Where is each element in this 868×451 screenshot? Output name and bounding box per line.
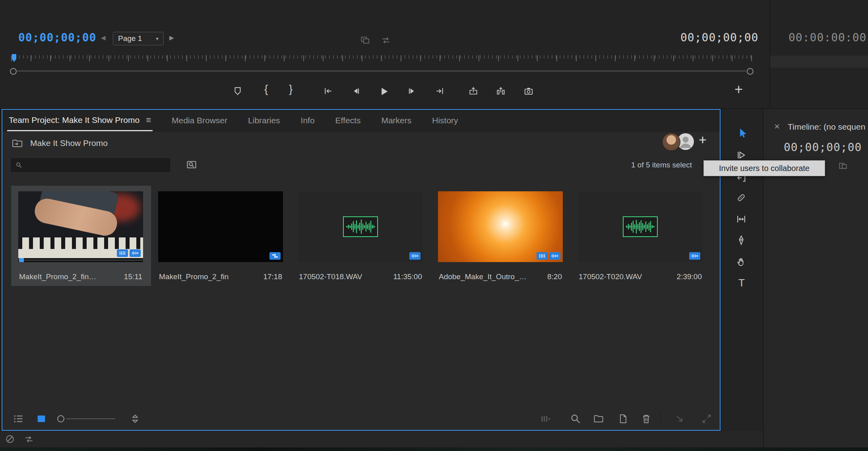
clip-duration: 2:39:00: [677, 272, 702, 281]
page-prev-icon[interactable]: ◀: [101, 34, 106, 41]
clip-name: MakeIt_Promo_2_fin…: [19, 272, 96, 281]
video-thumbnail[interactable]: [438, 191, 563, 262]
project-panel-toolbar: [2, 407, 720, 430]
premiere-workspace: 00;00;00;00 ◀ Page 1 ▾ ▶ 00;00;00;00 { }: [0, 0, 868, 451]
step-forward-icon[interactable]: [407, 86, 417, 96]
clip-duration: 15:11: [124, 272, 142, 281]
hand-tool[interactable]: [736, 256, 747, 267]
sequence-thumbnail[interactable]: [158, 191, 283, 262]
search-input[interactable]: [25, 160, 166, 170]
tab-history[interactable]: History: [430, 110, 459, 131]
aux-ruler-strip: [770, 56, 868, 68]
tab-effects[interactable]: Effects: [334, 110, 362, 131]
page-selector[interactable]: Page 1 ▾: [113, 32, 164, 45]
panel-tab-bar: Team Project: Make It Show Promo ≡ Media…: [2, 110, 720, 132]
clip-badges: [269, 252, 281, 260]
frames-icon[interactable]: [360, 35, 370, 45]
close-icon[interactable]: ×: [774, 121, 780, 132]
audio-badge: [409, 252, 420, 260]
automate-to-sequence-icon[interactable]: [540, 413, 551, 424]
tooltip: Invite users to collaborate: [703, 160, 825, 176]
bin-name[interactable]: Make It Show Promo: [30, 138, 108, 148]
list-view-icon[interactable]: [12, 413, 24, 424]
selection-tool[interactable]: [736, 127, 748, 139]
go-to-in-icon[interactable]: [323, 86, 333, 96]
panel-menu-icon[interactable]: ≡: [146, 115, 151, 125]
scrollbar-right-handle[interactable]: [747, 68, 754, 75]
scrub-track: [18, 260, 143, 260]
clip-badges: [689, 252, 700, 260]
media-item-audio[interactable]: 170502-T018.WAV 11:35:00: [291, 186, 431, 286]
media-item-video[interactable]: Adobe_Make_It_Outro_… 8:20: [431, 186, 571, 286]
razor-tool[interactable]: [736, 192, 747, 203]
current-timecode[interactable]: 00;00;00;00: [18, 31, 96, 44]
zoom-scrollbar[interactable]: [17, 70, 746, 72]
timeline-timecode[interactable]: 00;00;00;00: [784, 141, 862, 154]
add-marker-icon[interactable]: [232, 86, 243, 96]
audio-thumbnail[interactable]: [578, 191, 703, 262]
invite-users-button[interactable]: +: [699, 132, 707, 148]
video-thumbnail[interactable]: [18, 191, 143, 262]
page-selector-label: Page 1: [118, 34, 142, 43]
waveform-icon: [343, 216, 378, 237]
sync-disabled-icon[interactable]: [5, 434, 15, 444]
scrollbar-left-handle[interactable]: [10, 68, 17, 75]
aux-timecode[interactable]: 00:00:00:00: [789, 31, 866, 44]
clip-duration: 11:35:00: [393, 272, 422, 281]
jump-to-icon[interactable]: [674, 413, 685, 424]
clip-name: Adobe_Make_It_Outro_…: [439, 272, 527, 281]
step-back-icon[interactable]: [351, 86, 361, 96]
collaborator-avatar[interactable]: [662, 133, 680, 151]
extract-icon[interactable]: [496, 86, 506, 96]
tab-info[interactable]: Info: [299, 110, 316, 131]
timeline-panel-title[interactable]: Timeline: (no sequen: [788, 122, 867, 132]
go-to-out-icon[interactable]: [434, 86, 445, 96]
new-item-icon[interactable]: [618, 413, 629, 424]
zoom-slider-track[interactable]: [66, 418, 115, 419]
duration-timecode[interactable]: 00;00;00;00: [680, 31, 758, 44]
timeline-options-icon[interactable]: [838, 161, 848, 171]
export-frame-icon[interactable]: [523, 86, 534, 96]
scrub-playhead: [19, 258, 24, 262]
trash-icon[interactable]: [641, 413, 652, 424]
clip-duration: 8:20: [547, 272, 562, 281]
monitor-time-ruler[interactable]: [11, 55, 753, 66]
pen-tool[interactable]: [736, 235, 747, 246]
slip-tool[interactable]: [736, 214, 747, 225]
tab-markers[interactable]: Markers: [380, 110, 413, 131]
page-next-icon[interactable]: ▶: [169, 34, 174, 41]
media-item-video[interactable]: MakeIt_Promo_2_fin… 15:11: [11, 186, 151, 286]
double-arrow-icon[interactable]: [381, 35, 391, 45]
find-media-icon[interactable]: [186, 159, 197, 170]
find-icon[interactable]: [570, 413, 581, 424]
new-bin-icon[interactable]: [593, 413, 604, 424]
project-panel: Team Project: Make It Show Promo ≡ Media…: [2, 109, 721, 431]
audio-thumbnail[interactable]: [298, 191, 423, 262]
play-button-icon[interactable]: [378, 86, 389, 97]
tab-team-project[interactable]: Team Project: Make It Show Promo ≡: [7, 110, 153, 131]
clip-badges: [537, 252, 560, 260]
transfer-status-icon[interactable]: [24, 434, 34, 444]
sort-icons-icon[interactable]: [130, 413, 141, 424]
thumbnail-view-icon[interactable]: [36, 413, 47, 424]
type-tool[interactable]: T: [736, 277, 748, 289]
breadcrumb: Make It Show Promo: [12, 138, 108, 148]
mark-out-icon[interactable]: }: [289, 83, 293, 95]
clip-badges: [409, 252, 420, 260]
lift-icon[interactable]: [468, 86, 479, 96]
mark-in-icon[interactable]: {: [264, 83, 268, 95]
tab-libraries[interactable]: Libraries: [246, 110, 282, 131]
media-item-sequence[interactable]: MakeIt_Promo_2_fin 17:18: [151, 186, 291, 286]
clip-name: MakeIt_Promo_2_fin: [159, 272, 229, 281]
button-editor-icon[interactable]: +: [734, 81, 743, 98]
zoom-slider-handle[interactable]: [57, 415, 64, 422]
video-badge: [117, 249, 128, 257]
bin-icon[interactable]: [12, 138, 23, 148]
hover-scrub-bar[interactable]: [18, 258, 143, 262]
tab-media-browser[interactable]: Media Browser: [170, 110, 229, 131]
expand-icon[interactable]: [701, 413, 712, 424]
audio-badge: [549, 252, 560, 260]
track-select-forward-tool[interactable]: [736, 150, 747, 161]
media-item-audio[interactable]: 170502-T020.WAV 2:39:00: [571, 186, 711, 286]
search-box[interactable]: [11, 158, 170, 172]
